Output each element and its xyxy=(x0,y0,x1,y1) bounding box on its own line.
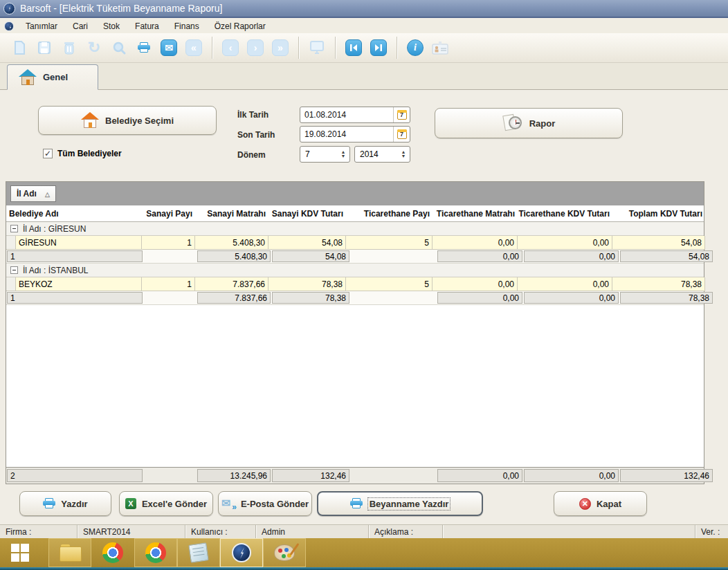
cell-sanayi-matrahi: 7.837,66 xyxy=(195,277,269,291)
new-document-icon[interactable] xyxy=(7,36,32,59)
menu-cari[interactable]: Cari xyxy=(65,20,95,33)
eposta-gonder-button[interactable]: E-Posta Gönder xyxy=(218,491,312,516)
delete-icon[interactable] xyxy=(57,36,82,59)
group-by-chip-il-adi[interactable]: İl Adı xyxy=(10,185,56,202)
col-sanayi-matrahi[interactable]: Sanayi Matrahı xyxy=(195,209,269,219)
checkbox-checked-icon[interactable] xyxy=(43,149,53,158)
table-row-beykoz[interactable]: BEYKOZ 1 7.837,66 78,38 5 0,00 0,00 78,3… xyxy=(6,277,704,291)
kapat-button[interactable]: ✕ Kapat xyxy=(554,491,647,516)
menu-stok[interactable]: Stok xyxy=(95,20,127,33)
son-tarih-label: Son Tarih xyxy=(237,130,275,140)
subtotal-tic-matrahi: 0,00 xyxy=(437,250,522,262)
chrome-icon xyxy=(145,542,166,563)
collapse-icon[interactable] xyxy=(10,225,18,232)
son-tarih-input[interactable]: 19.08.2014 7 xyxy=(300,126,410,142)
cell-toplam-kdv: 54,08 xyxy=(612,236,705,250)
group-header-istanbul[interactable]: İl Adı : İSTANBUL xyxy=(6,264,704,277)
son-tarih-calendar-button[interactable]: 7 xyxy=(393,127,410,142)
taskbar-paint[interactable] xyxy=(263,538,306,567)
donem-label: Dönem xyxy=(237,150,266,160)
total-empty xyxy=(143,468,197,484)
menu-fatura[interactable]: Fatura xyxy=(127,20,167,33)
email-icon[interactable]: ✉ xyxy=(156,36,181,59)
tab-genel[interactable]: Genel xyxy=(7,64,98,90)
taskbar-file-explorer[interactable] xyxy=(48,538,91,567)
col-ticarethane-matrahi[interactable]: Ticarethane Matrahı xyxy=(433,209,518,219)
excel-gonder-button[interactable]: X Excel'e Gönder xyxy=(119,491,213,516)
next-record-icon[interactable]: › xyxy=(243,36,268,59)
notepad-icon xyxy=(188,542,208,562)
subtotal-tic-matrahi: 0,00 xyxy=(437,292,522,304)
spinner-arrows-icon[interactable]: ▲▼ xyxy=(397,150,410,158)
col-belediye-adi[interactable]: Belediye Adı xyxy=(6,209,142,219)
menu-ozel-raporlar[interactable]: Özel Raporlar xyxy=(207,20,273,33)
subtotal-count: 1 xyxy=(7,292,143,304)
eposta-label: E-Posta Gönder xyxy=(241,499,309,509)
aciklama-label: Açıklama : xyxy=(369,525,443,538)
toolbar-separator xyxy=(212,37,212,59)
cell-tic-kdv: 0,00 xyxy=(518,236,612,250)
prev-record-icon[interactable]: ‹ xyxy=(218,36,243,59)
subtotal-count: 1 xyxy=(7,250,143,262)
belediye-secimi-button[interactable]: Belediye Seçimi xyxy=(38,106,217,135)
donem-year-spinner[interactable]: 2014 ▲▼ xyxy=(354,146,410,163)
chrome-icon xyxy=(102,542,123,563)
taskbar-notepad[interactable] xyxy=(177,538,220,567)
col-ticarethane-payi[interactable]: Ticarethane Payı xyxy=(346,209,433,219)
group-header-giresun[interactable]: İl Adı : GİRESUN xyxy=(6,222,704,236)
total-empty xyxy=(350,468,437,484)
cell-tic-payi: 5 xyxy=(346,236,433,250)
tum-belediyeler-checkbox-row[interactable]: Tüm Belediyeler xyxy=(43,149,122,158)
info-icon[interactable]: i xyxy=(403,36,428,59)
start-button[interactable] xyxy=(0,538,40,567)
municipality-icon xyxy=(81,112,99,129)
total-sanayi-matrahi: 13.245,96 xyxy=(197,469,271,482)
cell-sanayi-kdv: 78,38 xyxy=(269,277,346,291)
report-clock-icon xyxy=(502,114,523,132)
total-sanayi-kdv: 132,46 xyxy=(272,469,349,482)
table-row-giresun[interactable]: GİRESUN 1 5.408,30 54,08 5 0,00 0,00 54,… xyxy=(6,236,704,250)
save-icon[interactable] xyxy=(32,36,57,59)
refresh-icon[interactable]: ↻ xyxy=(82,36,107,59)
cell-sanayi-matrahi: 5.408,30 xyxy=(195,236,269,250)
taskbar-barsoft[interactable] xyxy=(220,538,263,567)
ilk-tarih-calendar-button[interactable]: 7 xyxy=(393,107,410,122)
belediye-secimi-label: Belediye Seçimi xyxy=(105,116,174,126)
cell-sanayi-payi: 1 xyxy=(142,236,195,250)
beyanname-yazdir-button[interactable]: Beyanname Yazdır xyxy=(317,491,483,516)
next-form-icon[interactable] xyxy=(366,36,391,59)
rapor-button[interactable]: Rapor xyxy=(435,108,623,138)
search-icon[interactable] xyxy=(107,36,131,59)
subtotal-sanayi-kdv: 54,08 xyxy=(272,250,349,262)
subtotal-empty xyxy=(143,250,197,263)
yazdir-button[interactable]: Yazdır xyxy=(19,491,111,516)
ver-label: Ver. : xyxy=(695,525,728,538)
menu-tanimlar[interactable]: Tanımlar xyxy=(18,20,65,33)
col-ticarethane-kdv[interactable]: Ticarethane KDV Tutarı xyxy=(518,209,612,219)
last-record-icon[interactable]: » xyxy=(268,36,293,59)
subtotal-sanayi-matrahi: 7.837,66 xyxy=(197,292,271,304)
ilk-tarih-input[interactable]: 01.08.2014 7 xyxy=(300,107,410,123)
taskbar-chrome-2[interactable] xyxy=(134,538,177,567)
first-record-icon[interactable]: « xyxy=(181,36,206,59)
paint-palette-icon xyxy=(274,544,295,561)
print-icon[interactable] xyxy=(131,36,156,59)
system-menu-icon[interactable] xyxy=(4,21,14,31)
spinner-arrows-icon[interactable]: ▲▼ xyxy=(337,150,349,158)
printer-icon xyxy=(350,498,363,509)
subtotal-toplam-kdv: 78,38 xyxy=(620,292,713,304)
toolbar-separator xyxy=(335,37,336,59)
cell-toplam-kdv: 78,38 xyxy=(612,277,705,291)
taskbar-chrome-1[interactable] xyxy=(91,538,134,567)
menu-finans[interactable]: Finans xyxy=(167,20,207,33)
col-toplam-kdv[interactable]: Toplam KDV Tutarı xyxy=(612,209,705,219)
contact-card-icon[interactable] xyxy=(428,36,453,59)
collapse-icon[interactable] xyxy=(10,266,18,274)
col-sanayi-kdv[interactable]: Sanayi KDV Tutarı xyxy=(269,209,346,219)
donem-month-spinner[interactable]: 7 ▲▼ xyxy=(300,146,350,163)
prev-form-icon[interactable] xyxy=(341,36,366,59)
total-tic-matrahi: 0,00 xyxy=(437,469,522,482)
col-sanayi-payi[interactable]: Sanayi Payı xyxy=(142,209,195,219)
barsoft-bolt-icon xyxy=(232,543,251,562)
monitor-icon[interactable] xyxy=(304,36,329,59)
